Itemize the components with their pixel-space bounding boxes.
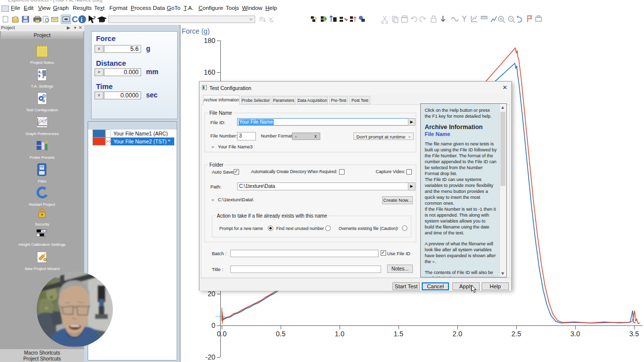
svg-text:3.5: 3.5 [629,330,639,338]
svg-text:2.0: 2.0 [452,330,462,338]
svg-text:180: 180 [204,37,216,45]
svg-text:C: C [72,15,78,24]
svg-text:0: 0 [211,321,215,329]
svg-text:1.0: 1.0 [335,330,345,338]
svg-text:20: 20 [207,290,215,298]
svg-text:3.0: 3.0 [570,330,580,338]
svg-text:1.5: 1.5 [394,330,403,338]
svg-text:160: 160 [204,68,216,76]
svg-text:0: 0 [44,234,46,238]
svg-text:2.5: 2.5 [511,330,521,338]
svg-text:1,2: 1,2 [42,229,47,232]
svg-text:0.5: 0.5 [276,330,286,338]
svg-text:0.0: 0.0 [217,330,227,338]
svg-text:9: 9 [38,74,41,78]
svg-text:?: ? [93,15,96,20]
svg-text:-20: -20 [205,353,215,361]
